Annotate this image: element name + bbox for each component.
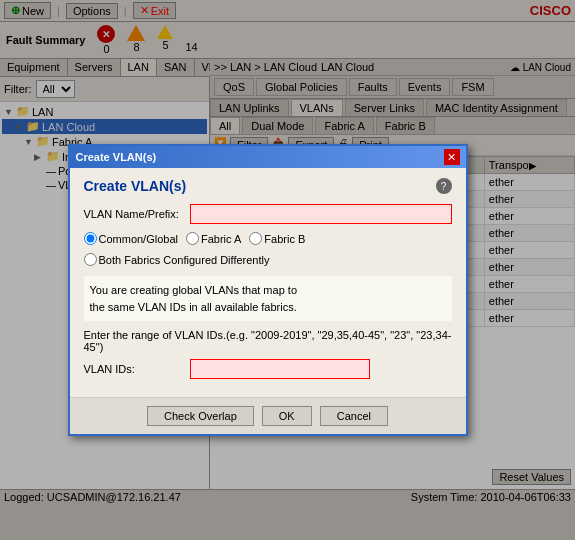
dialog-body: Create VLAN(s) ? VLAN Name/Prefix: Commo… — [70, 168, 466, 397]
info-box: You are creating global VLANs that map t… — [84, 276, 452, 321]
info-text-1: You are creating global VLANs that map t… — [90, 282, 446, 299]
ok-button[interactable]: OK — [262, 406, 312, 426]
vlan-name-row: VLAN Name/Prefix: — [84, 204, 452, 224]
radio-fabric-a[interactable]: Fabric A — [186, 232, 241, 245]
check-overlap-button[interactable]: Check Overlap — [147, 406, 254, 426]
dialog-main-title: Create VLAN(s) — [84, 178, 187, 194]
vlan-name-label: VLAN Name/Prefix: — [84, 208, 184, 220]
cancel-button[interactable]: Cancel — [320, 406, 388, 426]
vlan-ids-input[interactable] — [190, 359, 370, 379]
dialog-overlay: Create VLAN(s) ✕ Create VLAN(s) ? VLAN N… — [0, 0, 575, 540]
fabric-radio-row: Common/Global Fabric A Fabric B Both Fab… — [84, 232, 452, 266]
create-vlan-dialog: Create VLAN(s) ✕ Create VLAN(s) ? VLAN N… — [68, 144, 468, 436]
vlan-ids-row: VLAN IDs: — [84, 359, 452, 379]
vlan-ids-label: VLAN IDs: — [84, 363, 184, 375]
radio-both-fabrics[interactable]: Both Fabrics Configured Differently — [84, 253, 270, 266]
info-text-2: the same VLAN IDs in all available fabri… — [90, 299, 446, 316]
dialog-title-row: Create VLAN(s) ? — [84, 178, 452, 194]
dialog-title: Create VLAN(s) — [76, 151, 157, 163]
dialog-close-button[interactable]: ✕ — [444, 149, 460, 165]
radio-common-global[interactable]: Common/Global — [84, 232, 178, 245]
vlan-name-input[interactable] — [190, 204, 452, 224]
radio-fabric-b[interactable]: Fabric B — [249, 232, 305, 245]
help-icon[interactable]: ? — [436, 178, 452, 194]
range-hint: Enter the range of VLAN IDs.(e.g. "2009-… — [84, 329, 452, 353]
dialog-titlebar: Create VLAN(s) ✕ — [70, 146, 466, 168]
dialog-footer: Check Overlap OK Cancel — [70, 397, 466, 434]
